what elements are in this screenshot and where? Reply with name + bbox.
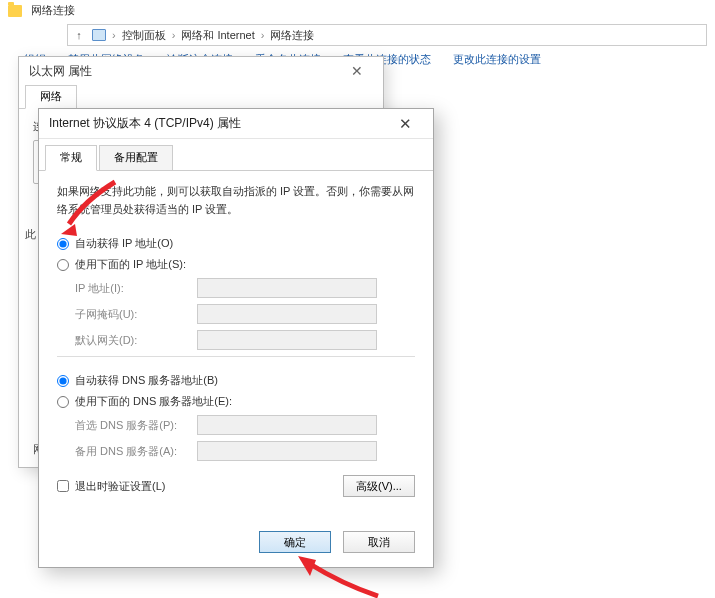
ethernet-dialog-titlebar[interactable]: 以太网 属性 ✕ — [19, 57, 383, 85]
input-dns-alternate — [197, 441, 377, 461]
chevron-right-icon: › — [112, 29, 116, 41]
close-icon[interactable]: ✕ — [387, 112, 423, 136]
input-subnet-mask — [197, 304, 377, 324]
ok-button[interactable]: 确定 — [259, 531, 331, 553]
ethernet-dialog-tabs: 网络 — [19, 85, 383, 109]
label-validate-on-exit: 退出时验证设置(L) — [75, 479, 165, 494]
ipv4-titlebar[interactable]: Internet 协议版本 4 (TCP/IPv4) 属性 ✕ — [39, 109, 433, 139]
monitor-icon — [92, 29, 106, 41]
label-ip-manual: 使用下面的 IP 地址(S): — [75, 257, 186, 272]
label-dns-alternate: 备用 DNS 服务器(A): — [57, 444, 197, 459]
chevron-right-icon: › — [261, 29, 265, 41]
tab-general[interactable]: 常规 — [45, 145, 97, 171]
label-dns-manual: 使用下面的 DNS 服务器地址(E): — [75, 394, 232, 409]
advanced-button[interactable]: 高级(V)... — [343, 475, 415, 497]
ethernet-dialog-title: 以太网 属性 — [29, 63, 92, 80]
up-arrow-icon[interactable]: ↑ — [72, 28, 86, 42]
tab-network[interactable]: 网络 — [25, 85, 77, 109]
label-dns-auto: 自动获得 DNS 服务器地址(B) — [75, 373, 218, 388]
explorer-titlebar: 网络连接 — [0, 0, 715, 22]
input-dns-preferred — [197, 415, 377, 435]
label-subnet-mask: 子网掩码(U): — [57, 307, 197, 322]
chevron-right-icon: › — [172, 29, 176, 41]
toolbar-change-settings[interactable]: 更改此连接的设置 — [453, 52, 541, 67]
close-icon[interactable]: ✕ — [341, 60, 373, 82]
tab-alternate[interactable]: 备用配置 — [99, 145, 173, 171]
input-default-gateway — [197, 330, 377, 350]
ipv4-tabs: 常规 备用配置 — [39, 145, 433, 171]
radio-ip-auto[interactable] — [57, 238, 69, 250]
label-default-gateway: 默认网关(D): — [57, 333, 197, 348]
breadcrumb-control-panel[interactable]: 控制面板 — [122, 28, 166, 43]
checkbox-validate-on-exit[interactable] — [57, 480, 69, 492]
cancel-button[interactable]: 取消 — [343, 531, 415, 553]
ip-group: 自动获得 IP 地址(O) 使用下面的 IP 地址(S): IP 地址(I): … — [57, 236, 415, 350]
label-ip-auto: 自动获得 IP 地址(O) — [75, 236, 173, 251]
dns-group: 自动获得 DNS 服务器地址(B) 使用下面的 DNS 服务器地址(E): 首选… — [57, 356, 415, 461]
breadcrumb-net-conn[interactable]: 网络连接 — [270, 28, 314, 43]
label-ip-address: IP 地址(I): — [57, 281, 197, 296]
breadcrumb[interactable]: ↑ › 控制面板 › 网络和 Internet › 网络连接 — [67, 24, 707, 46]
breadcrumb-net-internet[interactable]: 网络和 Internet — [181, 28, 254, 43]
radio-dns-manual[interactable] — [57, 396, 69, 408]
radio-dns-auto[interactable] — [57, 375, 69, 387]
ipv4-properties-dialog: Internet 协议版本 4 (TCP/IPv4) 属性 ✕ 常规 备用配置 … — [38, 108, 434, 568]
description-text: 如果网络支持此功能，则可以获取自动指派的 IP 设置。否则，你需要从网络系统管理… — [57, 183, 415, 218]
input-ip-address — [197, 278, 377, 298]
label-dns-preferred: 首选 DNS 服务器(P): — [57, 418, 197, 433]
partial-text: 此 — [25, 227, 36, 242]
folder-icon — [8, 5, 22, 17]
radio-ip-manual[interactable] — [57, 259, 69, 271]
window-title: 网络连接 — [31, 4, 75, 16]
ipv4-title-text: Internet 协议版本 4 (TCP/IPv4) 属性 — [49, 115, 241, 132]
